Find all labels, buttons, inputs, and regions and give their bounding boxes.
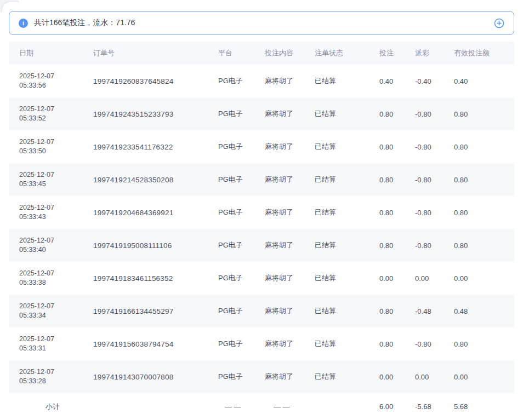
col-header-status: 注单状态: [315, 48, 375, 58]
cell-valid-amount: 0.80: [452, 340, 514, 348]
footer-content-cell: — —: [265, 402, 315, 411]
table-row: 2025-12-07 05:33:50 1997419233541176322 …: [9, 130, 514, 163]
table-row: 2025-12-07 05:33:28 1997419143070007808 …: [9, 360, 514, 393]
cell-date: 2025-12-07 05:33:52: [19, 105, 93, 123]
cell-date: 2025-12-07 05:33:45: [19, 170, 93, 189]
cell-valid-amount: 0.80: [452, 143, 514, 151]
cell-bet-amount: 0.00: [375, 274, 414, 283]
cell-valid-amount: 0.00: [452, 373, 514, 381]
table-row: 2025-12-07 05:33:40 1997419195008111106 …: [9, 229, 514, 262]
cell-platform: PG电子: [218, 175, 265, 185]
cell-date: 2025-12-07 05:33:34: [19, 302, 93, 320]
cell-status: 已结算: [315, 142, 375, 152]
cell-platform: PG电子: [218, 208, 265, 217]
cell-status: 已结算: [315, 306, 375, 316]
table-row: 2025-12-07 05:33:34 1997419166134455297 …: [9, 295, 514, 327]
time-line: 05:33:28: [19, 377, 93, 386]
cell-date: 2025-12-07 05:33:50: [19, 137, 93, 156]
cell-payout: 0.00: [414, 373, 452, 381]
date-line: 2025-12-07: [19, 72, 93, 81]
date-line: 2025-12-07: [19, 203, 93, 212]
cell-date: 2025-12-07 05:33:38: [19, 269, 93, 287]
cell-bet-content: 麻将胡了: [265, 175, 315, 185]
cell-status: 已结算: [315, 372, 375, 382]
cell-date: 2025-12-07 05:33:28: [19, 367, 93, 386]
subtotal-label: 小计: [19, 402, 93, 412]
cell-bet-content: 麻将胡了: [265, 142, 315, 152]
cell-date: 2025-12-07 05:33:31: [19, 335, 93, 353]
cell-valid-amount: 0.80: [452, 176, 514, 184]
time-line: 05:33:38: [19, 278, 93, 287]
cell-status: 已结算: [315, 339, 375, 349]
time-line: 05:33:56: [19, 81, 93, 90]
time-line: 05:33:40: [19, 245, 93, 255]
cell-platform: PG电子: [218, 306, 265, 316]
date-line: 2025-12-07: [19, 105, 93, 114]
cell-bet-amount: 0.80: [375, 241, 414, 250]
summary-text: 共计166笔投注，流水：71.76: [34, 18, 135, 28]
cell-date: 2025-12-07 05:33:56: [19, 72, 93, 90]
bets-table: 日期 订单号 平台 投注内容 注单状态 投注 派彩 有效投注额 2025-12-…: [9, 42, 514, 420]
cell-bet-amount: 0.80: [375, 176, 414, 184]
date-line: 2025-12-07: [19, 236, 93, 245]
cell-bet-amount: 0.80: [375, 143, 414, 151]
cell-bet-amount: 0.80: [375, 110, 414, 118]
time-line: 05:33:45: [19, 180, 93, 189]
footer-valid-total: 5.68: [452, 402, 514, 411]
date-line: 2025-12-07: [19, 367, 93, 377]
col-header-payout: 派彩: [414, 48, 452, 58]
footer-payout-total: -5.68: [414, 402, 452, 411]
cell-platform: PG电子: [218, 142, 265, 152]
cell-order-number: 1997419233541176322: [93, 143, 218, 151]
cell-status: 已结算: [315, 273, 375, 283]
cell-bet-content: 麻将胡了: [265, 273, 315, 283]
table-row: 2025-12-07 05:33:45 1997419214528350208 …: [9, 163, 514, 196]
cell-bet-content: 麻将胡了: [265, 240, 315, 250]
cell-payout: -0.80: [414, 241, 452, 250]
cell-order-number: 1997419243515233793: [93, 110, 218, 118]
table-row: 2025-12-07 05:33:56 1997419260837645824 …: [9, 65, 514, 97]
info-icon: i: [19, 19, 28, 28]
time-line: 05:33:50: [19, 147, 93, 156]
cell-status: 已结算: [315, 109, 375, 119]
cell-bet-content: 麻将胡了: [265, 109, 315, 119]
cell-valid-amount: 0.80: [452, 110, 514, 118]
cell-bet-content: 麻将胡了: [265, 76, 315, 86]
footer-platform-cell: — —: [218, 402, 265, 411]
cell-bet-content: 麻将胡了: [265, 372, 315, 382]
cell-platform: PG电子: [218, 109, 265, 119]
table-header-row: 日期 订单号 平台 投注内容 注单状态 投注 派彩 有效投注额: [9, 42, 514, 65]
cell-valid-amount: 0.80: [452, 209, 514, 217]
cell-bet-amount: 0.00: [375, 373, 414, 381]
plus-circle-icon[interactable]: [494, 18, 504, 28]
cell-platform: PG电子: [218, 273, 265, 283]
cell-order-number: 1997419195008111106: [93, 241, 218, 250]
cell-valid-amount: 0.80: [452, 241, 514, 250]
cell-order-number: 1997419183461156352: [93, 274, 218, 283]
cell-order-number: 1997419166134455297: [93, 307, 218, 315]
table-row: 2025-12-07 05:33:31 1997419156038794754 …: [9, 327, 514, 360]
footer-bet-total: 6.00: [375, 402, 414, 411]
table-body: 2025-12-07 05:33:56 1997419260837645824 …: [9, 65, 514, 393]
col-header-order: 订单号: [93, 48, 218, 58]
date-line: 2025-12-07: [19, 269, 93, 278]
cell-order-number: 1997419260837645824: [93, 77, 218, 85]
cell-valid-amount: 0.40: [452, 77, 514, 85]
cell-order-number: 1997419204684369921: [93, 209, 218, 217]
cell-order-number: 1997419143070007808: [93, 373, 218, 381]
col-header-content: 投注内容: [265, 48, 315, 58]
cell-platform: PG电子: [218, 339, 265, 349]
date-line: 2025-12-07: [19, 170, 93, 180]
table-row: 2025-12-07 05:33:43 1997419204684369921 …: [9, 196, 514, 229]
cell-date: 2025-12-07 05:33:40: [19, 236, 93, 255]
cell-valid-amount: 0.00: [452, 274, 514, 283]
cell-status: 已结算: [315, 175, 375, 185]
time-line: 05:33:34: [19, 311, 93, 320]
col-header-platform: 平台: [218, 48, 265, 58]
cell-bet-amount: 0.80: [375, 209, 414, 217]
cell-bet-content: 麻将胡了: [265, 339, 315, 349]
cell-bet-content: 麻将胡了: [265, 306, 315, 316]
cell-order-number: 1997419214528350208: [93, 176, 218, 184]
cell-platform: PG电子: [218, 372, 265, 382]
table-footer-row: 小计 — — — — 6.00 -5.68 5.68: [9, 393, 514, 420]
